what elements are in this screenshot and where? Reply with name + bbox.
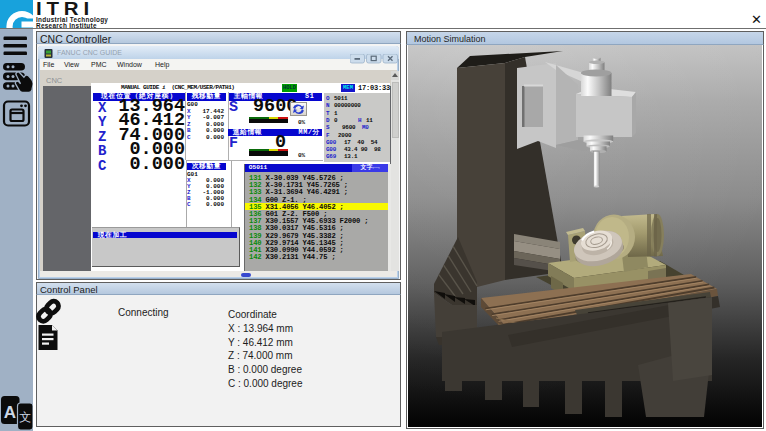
svg-text:文: 文 bbox=[19, 410, 31, 424]
svg-text:A: A bbox=[4, 403, 16, 422]
